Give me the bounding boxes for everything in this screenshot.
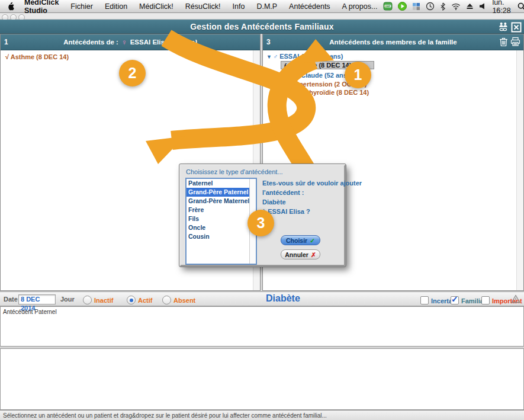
cross-icon: ✗ xyxy=(311,251,316,258)
menu-antecedents[interactable]: Antécédents xyxy=(283,2,336,11)
list-option-frere[interactable]: Frère xyxy=(187,206,256,214)
wifi-icon[interactable] xyxy=(451,3,461,10)
checkbox-familial[interactable]: Familial xyxy=(451,295,486,306)
radio-inactif[interactable]: Inactif xyxy=(83,294,113,305)
tree-antecedent-hypothyroidie[interactable]: √ Hypothyroïdie (8 DEC 14) xyxy=(285,89,369,96)
family-panel-header: 3 Antécédents des membres de la famille xyxy=(263,34,523,50)
choisir-button[interactable]: Choisir✓ xyxy=(281,235,320,245)
date-field[interactable]: 8 DEC 2014 xyxy=(18,294,56,304)
jour-label: Jour xyxy=(60,296,75,303)
grid-status-icon[interactable] xyxy=(412,2,420,11)
tree-member-claude[interactable]: ▼♀ESSAI Claude (52 ans) xyxy=(266,72,349,79)
patient-panel-title: Antécédents de : xyxy=(63,39,118,46)
male-gender-icon: ♂ xyxy=(273,53,278,60)
dialog-title: Choisissez le type d'antécédent... xyxy=(186,168,283,175)
antecedent-type-listbox[interactable]: Paternel Grand-Père Paternel Grand-Père … xyxy=(185,178,257,265)
antecedent-comment-field[interactable] xyxy=(0,348,524,410)
menu-app-name[interactable]: MediClick Studio xyxy=(18,0,65,15)
right-panel-scrollbar[interactable] xyxy=(516,50,523,290)
incertain-checkbox[interactable] xyxy=(420,296,429,304)
list-option-fils[interactable]: Fils xyxy=(187,214,256,223)
radio-actif-circle[interactable] xyxy=(127,296,136,304)
menu-dmp[interactable]: D.M.P xyxy=(250,2,283,11)
patient-panel-header: 1 Antécédents de : ♀ ESSAI Elisa (23 ans… xyxy=(1,34,260,50)
list-option-oncle[interactable]: Oncle xyxy=(187,223,256,232)
dmp-status-icon[interactable]: DMP xyxy=(383,2,393,11)
disclosure-triangle-icon[interactable]: ▼ xyxy=(266,73,272,79)
check-icon: ✓ xyxy=(310,237,315,244)
svg-text:DMP: DMP xyxy=(385,5,391,8)
important-checkbox[interactable] xyxy=(481,296,490,304)
mediclick-window: MediClick Studio Fichier Edition MédiCli… xyxy=(0,0,524,420)
annuler-button[interactable]: Annuler✗ xyxy=(281,249,320,259)
play-status-icon[interactable] xyxy=(398,2,407,11)
menu-apropos[interactable]: A propos... xyxy=(336,2,384,11)
step-badge-1: 1 xyxy=(345,62,371,88)
list-option-paternel[interactable]: Paternel xyxy=(187,179,256,188)
radio-actif[interactable]: Actif xyxy=(127,294,152,305)
menu-resuclick[interactable]: RésuClick! xyxy=(179,2,227,11)
trash-icon[interactable] xyxy=(499,37,508,47)
list-option-grand-pere-maternel[interactable]: Grand-Père Maternel xyxy=(187,197,256,206)
bluetooth-icon[interactable] xyxy=(440,2,446,11)
panel-number-1: 1 xyxy=(4,38,8,46)
dialog-message: Etes-vous sûr de vouloir ajouter l'antéc… xyxy=(262,178,362,216)
close-window-icon[interactable] xyxy=(511,21,522,33)
step-badge-2: 2 xyxy=(119,60,146,86)
patient-age: (23 ans) xyxy=(171,39,197,46)
step-badge-3: 3 xyxy=(247,210,274,236)
status-bar: Sélectionnez un antécédent ou un patient… xyxy=(0,410,524,420)
list-option-grand-pere-paternel[interactable]: Grand-Père Paternel xyxy=(187,188,256,197)
radio-absent[interactable]: Absent xyxy=(162,294,195,305)
status-message: Sélectionnez un antécédent ou un patient… xyxy=(3,412,327,419)
radio-absent-circle[interactable] xyxy=(162,296,171,304)
female-gender-icon: ♀ xyxy=(273,72,278,79)
list-option-cousin[interactable]: Cousin xyxy=(187,232,256,241)
antecedent-item-asthme[interactable]: √ Asthme (8 DEC 14) xyxy=(5,53,69,60)
menu-fichier[interactable]: Fichier xyxy=(65,2,99,11)
time-machine-icon[interactable] xyxy=(426,2,435,11)
antecedent-note-field[interactable]: Antécédent Paternel xyxy=(0,306,524,347)
mac-menu-bar: MediClick Studio Fichier Edition MédiCli… xyxy=(0,0,524,13)
spotlight-search-icon[interactable] xyxy=(517,2,524,11)
warning-icon xyxy=(511,294,520,303)
menu-clock[interactable]: lun. 16:28 xyxy=(491,0,512,15)
eject-icon[interactable] xyxy=(466,2,474,10)
volume-icon[interactable] xyxy=(479,2,486,10)
radio-inactif-circle[interactable] xyxy=(83,296,92,304)
print-icon[interactable] xyxy=(510,37,520,47)
apple-menu-icon[interactable] xyxy=(0,2,18,11)
antecedent-title: Diabète xyxy=(266,293,300,304)
disclosure-triangle-icon[interactable]: ▼ xyxy=(266,54,272,60)
patient-name: ESSAI Elisa xyxy=(130,39,169,46)
menu-info[interactable]: Info xyxy=(227,2,251,11)
tree-member-alain[interactable]: ▼♂ESSAI Alain (55 ans) xyxy=(266,53,343,60)
family-panel-title: Antécédents des membres de la famille xyxy=(329,39,457,46)
app-title-bar: Gestion des Antécédents Familiaux xyxy=(0,20,524,34)
menu-edition[interactable]: Edition xyxy=(99,2,133,11)
antecedent-detail-toolbar: Date : 8 DEC 2014 Jour Inactif Actif Abs… xyxy=(0,291,524,306)
panel-number-3: 3 xyxy=(266,38,271,46)
familial-checkbox[interactable] xyxy=(451,296,459,304)
family-link-icon[interactable] xyxy=(498,21,509,33)
page-title: Gestion des Antécédents Familiaux xyxy=(190,22,334,31)
menu-mediclick[interactable]: MédiClick! xyxy=(133,2,179,11)
female-gender-icon: ♀ xyxy=(121,38,127,47)
